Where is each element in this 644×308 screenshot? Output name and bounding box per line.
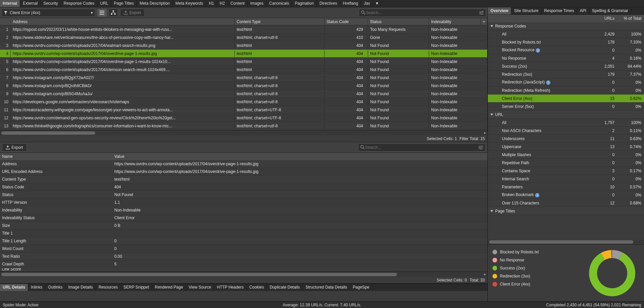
table-row[interactable]: 11https://creatoracademy.withgoogle.com/… <box>0 106 487 114</box>
tree-view-button[interactable] <box>109 9 118 17</box>
detail-tab-cookies[interactable]: Cookies <box>247 284 267 291</box>
detail-row[interactable]: Title 1 <box>0 230 487 237</box>
top-tab-overflow[interactable]: ▼ <box>373 0 381 7</box>
table-row[interactable]: 6https://www.ovrdrv.com/wp-content/uploa… <box>0 66 487 74</box>
detail-row[interactable]: Word Count0 <box>0 245 487 253</box>
table-row[interactable]: 2https://www.slideshare.net/verticalmeas… <box>0 34 487 42</box>
top-tab-jav[interactable]: Jav <box>361 0 373 7</box>
detail-row[interactable]: Addresshttps://www.ovrdrv.com/wp-content… <box>0 160 487 168</box>
overview-item[interactable]: Internal Search00% <box>488 175 644 183</box>
overview-item[interactable]: No Response40.16% <box>488 54 644 62</box>
col-indexability[interactable]: Indexability <box>429 18 481 25</box>
detail-row[interactable]: Indexability StatusClient Error <box>0 214 487 222</box>
table-row[interactable]: 4https://www.ovrdrv.com/wp-content/uploa… <box>0 50 487 58</box>
overview-tab-site-structure[interactable]: Site Structure <box>511 7 541 14</box>
top-tab-h2[interactable]: H2 <box>217 0 228 7</box>
top-tab-page-titles[interactable]: Page Titles <box>111 0 137 7</box>
overview-item[interactable]: Broken Bookmarki00% <box>488 191 644 199</box>
scrollbar-thumb[interactable] <box>1 273 397 276</box>
col-address[interactable]: Address <box>11 18 235 25</box>
overview-h-scrollbar[interactable] <box>488 240 644 244</box>
overview-item[interactable]: Redirection (3xx)1797.37% <box>488 70 644 78</box>
search-input[interactable] <box>366 10 479 15</box>
overview-item[interactable]: Server Error (5xx)00% <box>488 103 644 111</box>
list-view-button[interactable] <box>97 9 107 17</box>
detail-tab-outlinks[interactable]: Outlinks <box>45 284 65 291</box>
detail-row[interactable]: IndexabilityNon-Indexable <box>0 206 487 214</box>
details-h-scrollbar[interactable]: ▸ <box>0 271 487 277</box>
table-row[interactable]: 9https://www.instagram.com/p/BI5G4MuAaJu… <box>0 90 487 98</box>
add-column-button[interactable]: + <box>481 18 487 25</box>
detail-tab-structured-data-details[interactable]: Structured Data Details <box>303 284 350 291</box>
detail-row[interactable]: Content Typetext/html <box>0 176 487 183</box>
detail-tab-serp-snippet[interactable]: SERP Snippet <box>121 284 152 291</box>
top-tab-url[interactable]: URL <box>98 0 111 7</box>
sliders-icon[interactable] <box>478 145 483 149</box>
overview-item[interactable]: Repetitive Path00% <box>488 159 644 167</box>
table-row[interactable]: 12https://www.ovrdrv.com/demand-gen-ops/… <box>0 114 487 122</box>
detail-tab-pagespe[interactable]: PageSpe <box>350 284 372 291</box>
detail-tab-inlinks[interactable]: Inlinks <box>28 284 45 291</box>
detail-tab-image-details[interactable]: Image Details <box>66 284 96 291</box>
table-row[interactable]: 10https://developers.google.com/webmaste… <box>0 98 487 106</box>
detail-row[interactable]: StatusNot Found <box>0 191 487 199</box>
overview-item[interactable]: Over 115 Characters120.68% <box>488 199 644 207</box>
scrollbar-thumb[interactable] <box>489 240 633 244</box>
table-row[interactable]: 3https://www.ovrdrv.com/wp-content/uploa… <box>0 42 487 50</box>
top-tab-internal[interactable]: Internal <box>0 0 20 7</box>
detail-row[interactable]: URL Encoded Addresshttps://www.ovrdrv.co… <box>0 168 487 176</box>
col-content-type[interactable]: Content Type <box>235 18 325 25</box>
col-status-code[interactable]: Status Code <box>325 18 368 25</box>
overview-item[interactable]: Multiple Slashes00% <box>488 151 644 159</box>
detail-tab-url-details[interactable]: URL Details <box>0 284 28 291</box>
overview-item[interactable]: Redirection (Meta Refresh)00% <box>488 86 644 95</box>
h-scrollbar[interactable]: ▸ <box>0 130 487 135</box>
overview-item[interactable]: All1,757100% <box>488 119 644 127</box>
overview-group-url[interactable]: URL <box>488 111 644 119</box>
top-tab-h1[interactable]: H1 <box>206 0 217 7</box>
scrollbar-thumb[interactable] <box>1 131 95 135</box>
top-tab-security[interactable]: Security <box>41 0 61 7</box>
overview-item[interactable]: Redirection (JavaScript)i00% <box>488 78 644 86</box>
overview-item[interactable]: Underscores110.63% <box>488 135 644 143</box>
detail-tab-view-source[interactable]: View Source <box>186 284 214 291</box>
top-tab-response-codes[interactable]: Response Codes <box>61 0 98 7</box>
detail-row[interactable]: Status Code404 <box>0 183 487 191</box>
table-row[interactable]: 5https://www.ovrdrv.com/wp-content/uploa… <box>0 58 487 66</box>
table-row[interactable]: 7https://www.instagram.com/p/BQgX72wA027… <box>0 74 487 82</box>
overview-item[interactable]: Client Error (4xx)150.62% <box>488 95 644 103</box>
detail-row[interactable]: Crawl Depth5 <box>0 260 487 268</box>
top-tab-images[interactable]: Images <box>248 0 267 7</box>
overview-tab-spelling-&-grammar[interactable]: Spelling & Grammar <box>589 7 631 14</box>
top-tab-hreflang[interactable]: Hreflang <box>340 0 361 7</box>
overview-tab-response-times[interactable]: Response Times <box>541 7 577 14</box>
filter-dropdown[interactable]: Client Error (4xx) ▾ <box>1 9 95 17</box>
details-search-box[interactable] <box>358 143 485 151</box>
top-tab-directives[interactable]: Directives <box>317 0 340 7</box>
overview-item[interactable]: All2,429100% <box>488 30 644 38</box>
overview-item[interactable]: Success (2xx)2,05184.44% <box>488 62 644 70</box>
top-tab-external[interactable]: External <box>20 0 41 7</box>
top-tab-content[interactable]: Content <box>228 0 248 7</box>
table-row[interactable]: 8https://www.instagram.com/p/BQrdh8CBikD… <box>0 82 487 90</box>
detail-row[interactable]: HTTP Version1.1 <box>0 199 487 206</box>
search-box[interactable] <box>359 9 486 17</box>
detail-tab-http-headers[interactable]: HTTP Headers <box>214 284 247 291</box>
top-tab-canonicals[interactable]: Canonicals <box>267 0 292 7</box>
overview-tab-overview[interactable]: Overview <box>488 7 511 14</box>
table-row[interactable]: 13https://www.thinkwithgoogle.com/infogr… <box>0 122 487 130</box>
detail-tab-rendered-page[interactable]: Rendered Page <box>152 284 186 291</box>
top-tab-meta-description[interactable]: Meta Description <box>137 0 173 7</box>
overview-item[interactable]: Blocked by Robots.txt1787.33% <box>488 38 644 46</box>
top-tab-meta-keywords[interactable]: Meta Keywords <box>173 0 206 7</box>
overview-item[interactable]: Contains Space30.17% <box>488 167 644 175</box>
top-tab-pagination[interactable]: Pagination <box>292 0 317 7</box>
table-row[interactable]: 1https://nypost.com/2022/03/11/white-hou… <box>0 25 487 34</box>
detail-row[interactable]: Text Ratio0.00 <box>0 253 487 260</box>
export-button[interactable]: Export <box>2 143 27 151</box>
detail-row[interactable]: Title 1 Length0 <box>0 237 487 245</box>
col-value[interactable]: Value <box>112 153 487 160</box>
overview-item[interactable]: Parameters100.57% <box>488 183 644 191</box>
details-search-input[interactable] <box>365 145 478 150</box>
detail-tab-duplicate-details[interactable]: Duplicate Details <box>267 284 303 291</box>
